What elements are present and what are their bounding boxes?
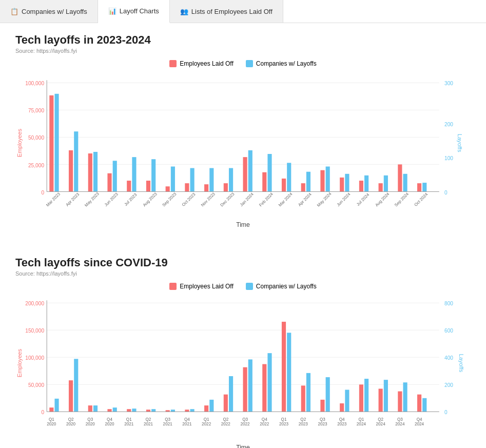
svg-text:2024: 2024 [415, 422, 424, 426]
svg-text:2023: 2023 [299, 422, 308, 426]
svg-text:2023: 2023 [337, 422, 347, 426]
svg-text:100: 100 [444, 155, 453, 161]
svg-text:2020: 2020 [86, 422, 95, 426]
chart1-legend-employees: Employees Laid Off [169, 60, 234, 67]
svg-rect-160 [359, 384, 363, 412]
svg-rect-168 [398, 392, 402, 412]
list-icon: 👥 [180, 8, 188, 15]
svg-rect-55 [301, 183, 305, 191]
svg-text:2020: 2020 [66, 422, 76, 426]
tab-employees-laid-off[interactable]: 👥 Lists of Employees Laid Off [170, 0, 283, 23]
svg-text:0: 0 [41, 190, 44, 196]
svg-rect-40 [204, 184, 208, 191]
svg-text:Q4: Q4 [417, 417, 422, 422]
tab-layoff-charts[interactable]: 📊 Layoff Charts [98, 0, 170, 23]
svg-rect-22 [88, 153, 92, 191]
chart1-source: Source: https://layoffs.fyi [15, 48, 471, 54]
svg-rect-108 [107, 409, 111, 412]
svg-text:2024: 2024 [357, 422, 366, 426]
svg-rect-172 [417, 395, 421, 412]
tab-companies-layoffs[interactable]: 📋 Companies w/ Layoffs [0, 0, 98, 23]
svg-text:2022: 2022 [202, 422, 211, 426]
svg-rect-53 [287, 163, 291, 191]
svg-text:Oct 2023: Oct 2023 [181, 192, 197, 207]
companies-color [246, 60, 253, 67]
svg-text:100,000: 100,000 [25, 355, 44, 361]
svg-rect-46 [243, 157, 247, 191]
svg-rect-153 [326, 377, 330, 412]
svg-rect-140 [262, 364, 266, 412]
svg-rect-104 [88, 405, 92, 412]
svg-rect-149 [306, 373, 310, 412]
svg-text:2022: 2022 [221, 422, 231, 426]
svg-text:2021: 2021 [124, 422, 134, 426]
svg-rect-133 [229, 376, 233, 412]
svg-rect-50 [267, 154, 271, 191]
svg-rect-141 [267, 353, 271, 412]
svg-text:200: 200 [444, 122, 453, 127]
svg-text:Q3: Q3 [320, 417, 325, 422]
svg-rect-25 [107, 173, 111, 192]
svg-text:2022: 2022 [260, 422, 269, 426]
svg-rect-16 [49, 95, 53, 192]
svg-text:400: 400 [444, 355, 453, 361]
svg-text:75,000: 75,000 [28, 108, 44, 113]
svg-text:Apr 2024: Apr 2024 [297, 192, 313, 207]
svg-rect-148 [301, 385, 305, 412]
chart2-section: Tech layoffs since COVID-19 Source: http… [15, 256, 471, 448]
svg-text:Mar 2023: Mar 2023 [45, 191, 61, 207]
svg-rect-47 [248, 150, 252, 192]
svg-rect-34 [166, 186, 170, 191]
svg-rect-17 [54, 94, 59, 192]
chart2-container: 200,000 150,000 100,000 50,000 0 800 600… [15, 294, 471, 448]
svg-rect-23 [93, 152, 98, 191]
svg-rect-105 [93, 405, 98, 412]
svg-rect-20 [74, 131, 78, 191]
svg-text:Employees: Employees [16, 348, 23, 377]
svg-text:Feb 2024: Feb 2024 [258, 191, 274, 207]
svg-rect-109 [113, 407, 117, 412]
svg-rect-137 [248, 359, 252, 412]
svg-rect-35 [171, 166, 175, 191]
svg-rect-161 [364, 379, 368, 412]
svg-rect-164 [379, 388, 383, 412]
svg-rect-59 [326, 166, 330, 191]
svg-rect-73 [417, 183, 421, 191]
svg-text:50,000: 50,000 [28, 382, 44, 388]
svg-text:Nov 2023: Nov 2023 [200, 191, 216, 207]
employees-color [169, 60, 177, 67]
svg-rect-65 [364, 176, 368, 192]
chart2-legend: Employees Laid Off Companies w/ Layoffs [15, 283, 471, 290]
table-icon: 📋 [10, 8, 18, 15]
svg-rect-145 [287, 333, 291, 412]
chart1-svg: 100,000 75,000 50,000 25,000 0 300 200 1… [15, 71, 471, 236]
svg-text:Q3: Q3 [242, 417, 248, 422]
svg-text:Dec 2023: Dec 2023 [220, 191, 236, 207]
svg-text:100,000: 100,000 [25, 81, 44, 86]
svg-rect-64 [359, 181, 363, 191]
svg-rect-37 [185, 183, 189, 191]
svg-text:Q1: Q1 [49, 417, 54, 422]
svg-rect-169 [403, 382, 407, 412]
svg-text:Mar 2024: Mar 2024 [278, 191, 294, 207]
svg-text:Jun 2024: Jun 2024 [336, 192, 351, 207]
main-content: Tech layoffs in 2023-2024 Source: https:… [0, 23, 486, 448]
svg-text:200,000: 200,000 [25, 301, 44, 306]
svg-text:Aug 2023: Aug 2023 [142, 191, 158, 207]
svg-text:Jun 2023: Jun 2023 [104, 192, 119, 207]
svg-text:Sep 2023: Sep 2023 [162, 191, 178, 207]
svg-rect-74 [422, 183, 426, 191]
svg-rect-157 [345, 390, 349, 412]
svg-rect-173 [422, 398, 426, 412]
chart2-legend-employees: Employees Laid Off [169, 283, 234, 290]
svg-text:2024: 2024 [395, 422, 405, 426]
svg-text:Q2: Q2 [68, 417, 74, 422]
svg-text:200: 200 [444, 382, 453, 388]
svg-rect-152 [320, 400, 324, 412]
svg-text:2024: 2024 [376, 422, 386, 426]
svg-rect-113 [132, 408, 136, 412]
svg-text:0: 0 [444, 190, 448, 196]
svg-rect-49 [262, 172, 266, 192]
svg-rect-129 [209, 400, 213, 412]
chart1-legend: Employees Laid Off Companies w/ Layoffs [15, 60, 471, 67]
